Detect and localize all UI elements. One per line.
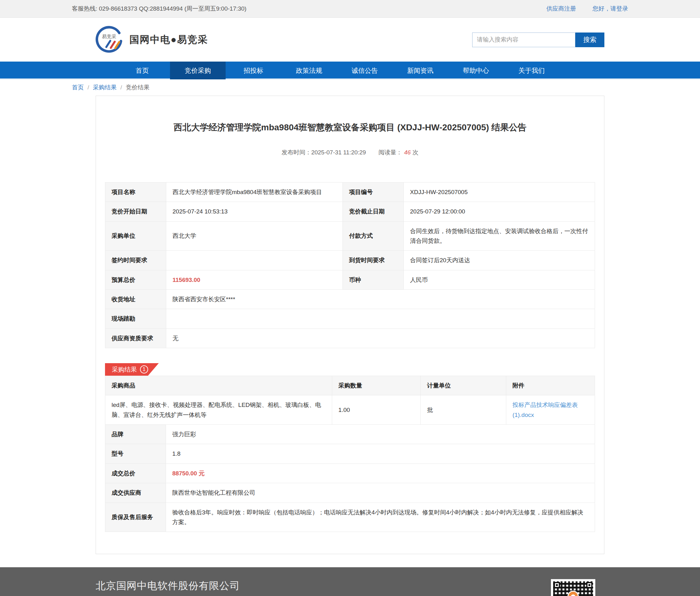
field-label: 竞价开始日期 — [105, 202, 166, 221]
table-row: 现场踏勘 — [105, 309, 595, 328]
breadcrumb: 首页 / 采购结果 / 竞价结果 — [72, 79, 628, 96]
badge-count: 1 — [140, 365, 148, 373]
field-value: 陕西世华达智能化工程有限公司 — [166, 483, 595, 502]
field-label: 型号 — [105, 444, 166, 464]
column-header: 采购数量 — [332, 376, 421, 395]
column-header: 采购商品 — [105, 376, 332, 395]
topbar: 客服热线: 029-86618373 QQ:2881944994 (周一至周五9… — [0, 0, 700, 18]
unit-cell: 批 — [421, 395, 506, 425]
field-value: 合同生效后，待货物到达指定地点、安装调试验收合格后，一次性付清合同货款。 — [404, 221, 595, 251]
brand: 易竞采 国网中电●易竞采 — [96, 26, 208, 54]
nav-item-bidding-purchase[interactable]: 竞价采购 — [170, 61, 226, 79]
supplier-register-link[interactable]: 供应商注册 — [547, 5, 576, 12]
nav-item-home[interactable]: 首页 — [115, 61, 170, 79]
search-bar: 搜索 — [472, 32, 604, 47]
login-link[interactable]: 您好，请登录 — [593, 5, 628, 12]
field-label: 现场踏勘 — [105, 309, 166, 328]
service-hotline-text: 客服热线: 029-86618373 QQ:2881944994 (周一至周五9… — [72, 5, 247, 13]
qr-card[interactable]: 群名称：易竞采业务群 群 号：615839507 — [551, 579, 595, 596]
qr-code-image — [553, 581, 593, 596]
footer: 北京国网中电软件股份有限公司 电话： 029-86618373/13811001… — [0, 567, 700, 596]
table-row: 成交供应商 陕西世华达智能化工程有限公司 — [105, 483, 595, 502]
search-button[interactable]: 搜索 — [575, 32, 604, 47]
topbar-links: 供应商注册 您好，请登录 — [531, 5, 628, 13]
goods-cell: led屏、电源、接收卡、视频处理器、配电系统、LED钢架、相机、玻璃白板、电脑、… — [105, 395, 332, 425]
table-row: 品牌 强力巨彩 — [105, 425, 595, 444]
page-title: 西北大学经济管理学院mba9804班智慧教室设备采购项目 (XDJJ-HW-20… — [105, 96, 595, 134]
publish-time: 2025-07-31 11:20:29 — [311, 149, 366, 156]
table-row: 型号 1.8 — [105, 444, 595, 464]
field-value — [166, 309, 595, 328]
table-row: 采购单位 西北大学 付款方式 合同生效后，待货物到达指定地点、安装调试验收合格后… — [105, 221, 595, 251]
table-row: 项目名称 西北大学经济管理学院mba9804班智慧教室设备采购项目 项目编号 X… — [105, 182, 595, 202]
project-info-table: 项目名称 西北大学经济管理学院mba9804班智慧教室设备采购项目 项目编号 X… — [105, 182, 595, 348]
field-label: 签约时间要求 — [105, 251, 166, 270]
field-value: 无 — [166, 328, 595, 348]
column-header: 附件 — [506, 376, 595, 395]
field-label: 采购单位 — [105, 221, 166, 251]
announcement-card: 西北大学经济管理学院mba9804班智慧教室设备采购项目 (XDJJ-HW-20… — [96, 96, 604, 554]
breadcrumb-separator: / — [88, 84, 89, 91]
nav-item-policy[interactable]: 政策法规 — [281, 61, 337, 79]
main-nav: 首页 竞价采购 招投标 政策法规 诚信公告 新闻资讯 帮助中心 关于我们 — [0, 61, 700, 79]
qr-block: 群名称：易竞采业务群 群 号：615839507 点击扫描二维码 — [542, 579, 604, 596]
table-row: 签约时间要求 到货时间要求 合同签订后20天内送达 — [105, 251, 595, 270]
column-header: 计量单位 — [421, 376, 506, 395]
field-value: 2025-07-24 10:53:13 — [166, 202, 343, 221]
field-value — [166, 251, 343, 270]
field-label: 品牌 — [105, 425, 166, 444]
search-input[interactable] — [472, 32, 575, 47]
table-row: 质保及售后服务 验收合格后3年。响应时效：即时响应（包括电话响应）；电话响应无法… — [105, 502, 595, 532]
field-label: 到货时间要求 — [343, 251, 404, 270]
field-label: 质保及售后服务 — [105, 502, 166, 532]
nav-item-help[interactable]: 帮助中心 — [448, 61, 504, 79]
breadcrumb-purchase-result[interactable]: 采购结果 — [93, 83, 117, 92]
views-count: 46 — [404, 149, 410, 156]
briefcase-icon — [568, 591, 579, 596]
field-value: XDJJ-HW-202507005 — [404, 182, 595, 202]
views-suffix: 次 — [412, 149, 419, 156]
purchase-result-table: 采购商品 采购数量 计量单位 附件 led屏、电源、接收卡、视频处理器、配电系统… — [105, 376, 595, 532]
field-value: 2025-07-29 12:00:00 — [404, 202, 595, 221]
field-label: 竞价截止日期 — [343, 202, 404, 221]
field-value: 西北大学 — [166, 221, 343, 251]
badge-label: 采购结果 — [112, 365, 137, 374]
table-row: led屏、电源、接收卡、视频处理器、配电系统、LED钢架、相机、玻璃白板、电脑、… — [105, 395, 595, 425]
header: 易竞采 国网中电●易竞采 搜索 — [0, 18, 700, 61]
publish-time-label: 发布时间： — [281, 149, 311, 156]
field-label: 项目名称 — [105, 182, 166, 202]
field-label: 预算总价 — [105, 270, 166, 290]
breadcrumb-home[interactable]: 首页 — [72, 83, 84, 92]
attachment-link[interactable]: 投标产品技术响应偏差表(1).docx — [512, 402, 578, 418]
table-header-row: 采购商品 采购数量 计量单位 附件 — [105, 376, 595, 395]
field-label: 项目编号 — [343, 182, 404, 202]
nav-item-news[interactable]: 新闻资讯 — [393, 61, 448, 79]
nav-item-tender[interactable]: 招投标 — [226, 61, 281, 79]
deal-total-price: 88750.00 元 — [166, 464, 595, 483]
footer-company-name: 北京国网中电软件股份有限公司 — [96, 579, 267, 593]
field-label: 供应商资质要求 — [105, 328, 166, 348]
field-value: 陕西省西安市长安区**** — [166, 290, 595, 309]
table-row: 竞价开始日期 2025-07-24 10:53:13 竞价截止日期 2025-0… — [105, 202, 595, 221]
article-meta: 发布时间：2025-07-31 11:20:29阅读量：46次 — [105, 148, 595, 156]
brand-logo-icon: 易竞采 — [96, 26, 124, 54]
breadcrumb-current: 竞价结果 — [126, 83, 150, 92]
budget-total-price: 115693.00 — [166, 270, 343, 290]
table-row: 预算总价 115693.00 币种 人民币 — [105, 270, 595, 290]
nav-item-integrity[interactable]: 诚信公告 — [337, 61, 393, 79]
table-row: 供应商资质要求 无 — [105, 328, 595, 348]
nav-item-about[interactable]: 关于我们 — [504, 61, 559, 79]
field-label: 成交总价 — [105, 464, 166, 483]
logo-text: 易竞采 — [102, 34, 116, 39]
field-value: 1.8 — [166, 444, 595, 464]
table-row: 成交总价 88750.00 元 — [105, 464, 595, 483]
attachment-cell: 投标产品技术响应偏差表(1).docx — [506, 395, 595, 425]
brand-name: 国网中电●易竞采 — [129, 33, 208, 46]
field-value: 人民币 — [404, 270, 595, 290]
purchase-result-badge: 采购结果 1 — [105, 363, 159, 376]
field-label: 收货地址 — [105, 290, 166, 309]
field-value: 强力巨彩 — [166, 425, 595, 444]
field-value: 验收合格后3年。响应时效：即时响应（包括电话响应）；电话响应无法解决4小时内到达… — [166, 502, 595, 532]
footer-contact-block: 北京国网中电软件股份有限公司 电话： 029-86618373/13811001… — [96, 579, 267, 596]
field-label: 付款方式 — [343, 221, 404, 251]
